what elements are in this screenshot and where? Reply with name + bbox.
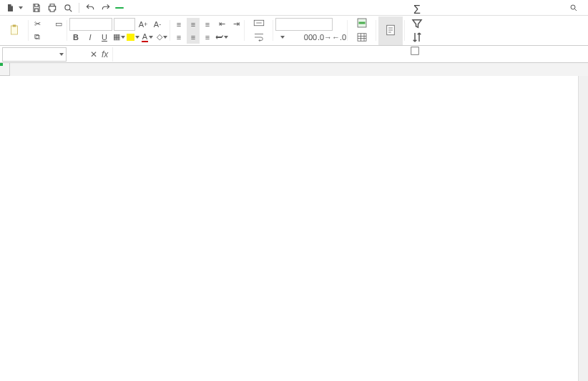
svg-point-0 xyxy=(65,4,70,9)
print-icon[interactable] xyxy=(46,1,59,14)
font-group: A+ A- B I U ▦ A ◇ xyxy=(67,16,170,45)
clipboard-small-group: ✂ ▭ ⧉ xyxy=(29,16,67,45)
tab-start[interactable] xyxy=(115,7,124,9)
chevron-down-icon xyxy=(19,6,23,9)
column-headers xyxy=(0,63,588,76)
increase-decimal-icon[interactable]: .0→ xyxy=(318,31,331,44)
sort-button[interactable] xyxy=(407,31,427,44)
tab-review[interactable] xyxy=(172,7,181,9)
styles-group xyxy=(348,16,376,45)
svg-rect-3 xyxy=(13,25,16,27)
fx-group: ✕ fx xyxy=(90,49,108,59)
search-icon xyxy=(569,4,578,12)
wrap-text-button[interactable] xyxy=(247,31,271,46)
svg-point-1 xyxy=(571,5,575,9)
merge-group xyxy=(245,16,273,45)
currency-button[interactable] xyxy=(275,31,288,44)
table-style-button[interactable] xyxy=(350,31,374,46)
indent-increase-icon[interactable]: ⇥ xyxy=(230,18,242,31)
decrease-font-icon[interactable]: A- xyxy=(151,18,164,31)
cut-icon[interactable]: ✂ xyxy=(31,18,44,31)
conditional-format-button[interactable] xyxy=(350,16,374,31)
tab-features[interactable] xyxy=(218,7,227,9)
align-group: ≡ ≡ ≡ ⇤ ⇥ ≡ ≡ ≡ ⮨ xyxy=(170,16,245,45)
svg-rect-9 xyxy=(411,47,419,54)
assistant-group xyxy=(376,16,405,45)
number-group: 000 .0→ ←.0 xyxy=(273,16,348,45)
paste-button[interactable] xyxy=(2,16,26,45)
tab-formula[interactable] xyxy=(150,7,158,9)
file-icon xyxy=(6,4,14,12)
align-center-icon[interactable]: ≡ xyxy=(187,31,200,44)
comma-button[interactable]: 000 xyxy=(304,31,317,44)
cancel-formula-icon[interactable]: ✕ xyxy=(90,49,97,59)
font-color-button[interactable]: A xyxy=(141,31,154,44)
italic-button[interactable]: I xyxy=(84,31,97,44)
align-top-icon[interactable]: ≡ xyxy=(172,18,185,31)
decrease-decimal-icon[interactable]: ←.0 xyxy=(333,31,346,44)
tab-security[interactable] xyxy=(195,7,204,9)
svg-rect-2 xyxy=(11,26,18,34)
indent-decrease-icon[interactable]: ⇤ xyxy=(215,18,228,31)
fx-icon[interactable]: fx xyxy=(102,49,108,59)
tab-data[interactable] xyxy=(161,7,170,9)
vertical-scrollbar[interactable] xyxy=(578,76,588,381)
align-right-icon[interactable]: ≡ xyxy=(201,31,214,44)
border-button[interactable]: ▦ xyxy=(112,31,125,44)
chevron-down-icon xyxy=(59,53,64,56)
format-painter-icon[interactable]: ▭ xyxy=(52,18,65,31)
select-all-corner[interactable] xyxy=(0,63,10,76)
increase-font-icon[interactable]: A+ xyxy=(137,18,150,31)
sum-button[interactable]: Σ xyxy=(407,4,427,17)
file-menu[interactable] xyxy=(1,4,27,12)
spreadsheet-grid xyxy=(0,63,588,381)
filter-button[interactable] xyxy=(407,17,427,31)
edit-group: Σ xyxy=(405,16,429,45)
bold-button[interactable]: B xyxy=(69,31,82,44)
fill-color-button[interactable] xyxy=(127,31,139,44)
preview-icon[interactable] xyxy=(62,1,74,14)
menubar xyxy=(0,0,588,16)
percent-button[interactable] xyxy=(290,31,303,44)
tab-docassistant[interactable] xyxy=(241,7,250,9)
align-bottom-icon[interactable]: ≡ xyxy=(201,18,214,31)
underline-button[interactable]: U xyxy=(98,31,111,44)
copy-icon[interactable]: ⧉ xyxy=(31,31,44,44)
merge-center-button[interactable] xyxy=(247,16,271,31)
redo-icon[interactable] xyxy=(99,1,112,14)
align-middle-icon[interactable]: ≡ xyxy=(187,18,200,31)
search-group[interactable] xyxy=(569,4,587,12)
name-box[interactable] xyxy=(2,47,67,62)
tab-smarttool[interactable] xyxy=(230,7,238,9)
clipboard-group xyxy=(0,16,29,45)
more-font-button[interactable]: ◇ xyxy=(155,31,168,44)
save-icon[interactable] xyxy=(30,1,43,14)
tab-pagelayout[interactable] xyxy=(138,7,147,9)
number-format-select[interactable] xyxy=(275,18,333,31)
format-button[interactable] xyxy=(407,44,423,58)
tab-insert[interactable] xyxy=(127,7,135,9)
align-left-icon[interactable]: ≡ xyxy=(172,31,185,44)
tab-devtools[interactable] xyxy=(207,7,215,9)
orientation-icon[interactable]: ⮨ xyxy=(215,31,228,44)
svg-rect-7 xyxy=(358,34,366,42)
doc-assistant-button[interactable] xyxy=(378,16,403,45)
ribbon: ✂ ▭ ⧉ A+ A- B I U ▦ A ◇ ≡ xyxy=(0,16,588,46)
formula-bar-row: ✕ fx xyxy=(0,46,588,63)
svg-rect-6 xyxy=(359,21,366,24)
font-name-select[interactable] xyxy=(69,18,112,31)
divider xyxy=(79,3,79,13)
undo-icon[interactable] xyxy=(84,1,97,14)
font-size-select[interactable] xyxy=(114,18,135,31)
tab-view[interactable] xyxy=(184,7,192,9)
formula-input[interactable] xyxy=(112,47,588,62)
